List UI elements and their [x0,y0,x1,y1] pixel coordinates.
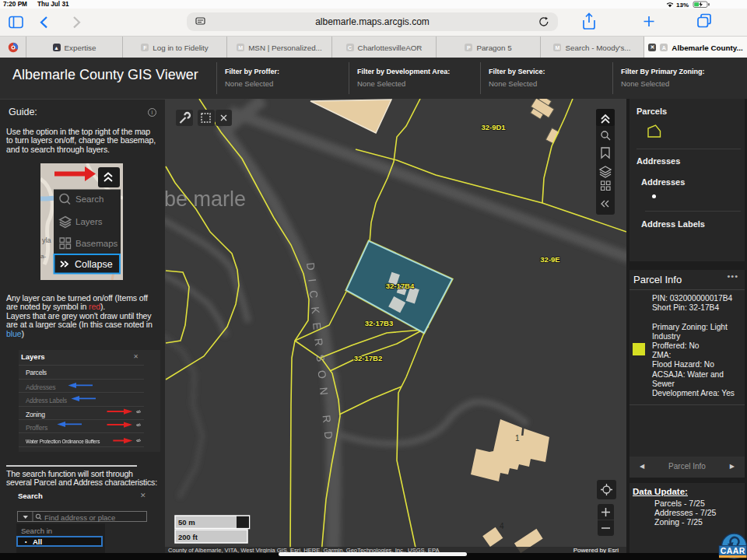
svg-text:4: 4 [500,522,504,530]
svg-text:Layers: Layers [75,217,103,226]
svg-text:50 m: 50 m [178,518,195,527]
svg-text:13%: 13% [676,2,689,8]
svg-text:Basemaps: Basemaps [75,239,118,248]
svg-text:a-: a- [40,253,46,260]
svg-text:be marle: be marle [165,187,246,211]
svg-text:1: 1 [515,434,520,443]
svg-text:32-17B4: 32-17B4 [386,282,415,290]
svg-text:32-9E: 32-9E [540,255,559,264]
svg-text:CAAR: CAAR [721,546,745,555]
svg-text:32-17B2: 32-17B2 [354,354,382,362]
svg-text:yla: yla [42,236,51,244]
svg-text:32-9D1: 32-9D1 [481,123,506,131]
svg-text:200 ft: 200 ft [178,533,198,541]
svg-text:Collapse: Collapse [75,259,113,270]
svg-text:32-17B3: 32-17B3 [365,319,393,327]
svg-text:Search: Search [75,194,103,204]
